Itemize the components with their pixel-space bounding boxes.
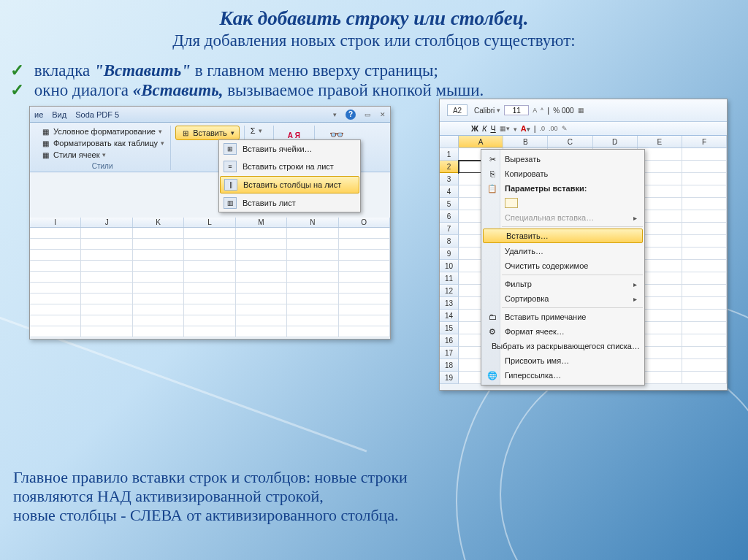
col-header[interactable]: L xyxy=(184,218,235,227)
row-header[interactable]: 2 xyxy=(440,161,459,173)
bullet-1: вкладка "Вставить" в главном меню вверху… xyxy=(10,61,748,80)
help-icon[interactable]: ? xyxy=(346,110,356,120)
ctx-clear-contents[interactable]: Очистить содержимое xyxy=(481,258,644,273)
shrink-font-icon[interactable]: ᴬ xyxy=(541,107,543,114)
row-header[interactable]: 7 xyxy=(440,223,459,235)
col-header[interactable]: C xyxy=(548,136,592,147)
tab-view[interactable]: Вид xyxy=(52,110,66,119)
slide-title: Как добавить строку или столбец. xyxy=(0,7,748,30)
format-as-table-button[interactable]: ▦Форматировать как таблицу▾ xyxy=(39,137,166,149)
autosum-button[interactable]: Σ▾ xyxy=(249,126,269,136)
row-header[interactable]: 3 xyxy=(440,173,459,185)
increase-decimal-icon[interactable]: .0 xyxy=(540,125,546,132)
row-header[interactable]: 6 xyxy=(440,210,459,223)
ribbon-caret-icon[interactable]: ▾ xyxy=(333,111,337,118)
col-header[interactable]: O xyxy=(339,218,390,227)
bullet-2: окно диалога «Вставить, вызываемое право… xyxy=(10,80,748,100)
window-caption-icon[interactable]: ✕ xyxy=(380,111,386,118)
col-header[interactable]: J xyxy=(81,218,132,227)
mini-toolbar-row2: Ж К Ч ▦▾ ▾ A▾ | .0 .00 ✎ xyxy=(440,122,727,136)
table-icon: ▦ xyxy=(40,138,50,148)
row-header[interactable]: 10 xyxy=(440,260,459,272)
footer-text: Главное правило вставки строк и столбцов… xyxy=(13,468,735,525)
col-header[interactable]: F xyxy=(682,136,727,147)
col-header[interactable]: N xyxy=(287,218,338,227)
decrease-decimal-icon[interactable]: .00 xyxy=(549,125,558,132)
row-header[interactable]: 13 xyxy=(440,297,459,310)
borders-icon[interactable]: ▦ xyxy=(578,107,584,114)
ctx-sort[interactable]: Сортировка xyxy=(481,291,644,306)
insert-columns-icon: ∥ xyxy=(224,179,237,191)
row-header[interactable]: 9 xyxy=(440,248,459,260)
insert-cells-mini-icon: ⊞ xyxy=(224,143,237,155)
screenshot-context-menu: A2 Calibri▾ A ᴬ | % 000 ▦ Ж К Ч ▦▾ ▾ A▾ … xyxy=(439,99,728,391)
ctx-pick-from-list[interactable]: Выбрать из раскрывающегося списка… xyxy=(481,339,644,353)
ctx-hyperlink[interactable]: 🌐Гиперссылка… xyxy=(481,368,644,383)
menu-insert-sheet[interactable]: ▥Вставить лист xyxy=(219,194,360,212)
row-header[interactable]: 19 xyxy=(440,372,459,384)
ctx-insert[interactable]: Вставить… xyxy=(483,229,643,243)
row-header[interactable]: 12 xyxy=(440,285,459,297)
context-menu: ✂Вырезать ⎘Копировать 📋Параметры вставки… xyxy=(481,149,645,386)
scissors-icon: ✂ xyxy=(486,154,499,164)
align-button[interactable]: Ч xyxy=(490,124,495,133)
cell-styles-button[interactable]: ▦Стили ячеек▾ xyxy=(39,149,166,161)
italic-button[interactable]: К xyxy=(482,124,486,133)
insert-split-button[interactable]: ⊞ Вставить xyxy=(175,126,240,140)
ctx-insert-comment[interactable]: 🗀Вставить примечание xyxy=(481,310,644,324)
col-header[interactable]: E xyxy=(638,136,682,147)
col-header[interactable]: A xyxy=(459,136,503,147)
row-header[interactable]: 8 xyxy=(440,235,459,248)
window-min-icon[interactable]: ▭ xyxy=(365,111,371,118)
conditional-formatting-button[interactable]: ▦Условное форматирование▾ xyxy=(39,126,166,137)
font-color-button[interactable]: A▾ xyxy=(521,124,530,133)
fill-color-button[interactable]: ▾ xyxy=(514,124,517,133)
name-box[interactable]: A2 xyxy=(447,104,468,116)
grow-font-icon[interactable]: A xyxy=(533,107,537,114)
format-cells-icon: ⚙ xyxy=(486,326,499,337)
ctx-paste-options-label: 📋Параметры вставки: xyxy=(481,181,644,196)
row-header[interactable]: 16 xyxy=(440,334,459,347)
col-header[interactable]: K xyxy=(133,218,184,227)
column-headers: I J K L M N O xyxy=(30,218,390,228)
col-header[interactable]: M xyxy=(236,218,287,227)
col-header[interactable]: D xyxy=(593,136,638,147)
worksheet-grid[interactable] xyxy=(30,228,390,337)
row-header[interactable]: 18 xyxy=(440,359,459,372)
globe-link-icon: 🌐 xyxy=(486,370,499,380)
tab-sodapdf[interactable]: Soda PDF 5 xyxy=(75,110,119,119)
row-header[interactable]: 5 xyxy=(440,198,459,210)
row-header[interactable]: 14 xyxy=(440,310,459,322)
ribbon-tabbar: ие Вид Soda PDF 5 ▾ ? ▭ ✕ xyxy=(30,107,390,123)
screenshot-ribbon: ие Вид Soda PDF 5 ▾ ? ▭ ✕ ▦Условное форм… xyxy=(29,106,391,340)
row-header[interactable]: 11 xyxy=(440,272,459,285)
bold-button[interactable]: Ж xyxy=(471,124,478,133)
ctx-copy[interactable]: ⎘Копировать xyxy=(481,166,644,181)
ctx-paste-option-default[interactable] xyxy=(481,196,644,210)
ctx-cut[interactable]: ✂Вырезать xyxy=(481,152,644,166)
column-headers-2: A B C D E F xyxy=(459,136,727,148)
ctx-define-name[interactable]: Присвоить имя… xyxy=(481,353,644,368)
ctx-format-cells[interactable]: ⚙Формат ячеек… xyxy=(481,324,644,339)
col-header[interactable]: I xyxy=(30,218,81,227)
menu-insert-cells[interactable]: ⊞Вставить ячейки… xyxy=(219,140,360,158)
row-header[interactable]: 17 xyxy=(440,347,459,359)
clipboard-icon: 📋 xyxy=(486,183,499,193)
select-all[interactable] xyxy=(440,136,459,148)
ctx-filter[interactable]: Фильтр xyxy=(481,277,644,291)
menu-insert-columns[interactable]: ∥Вставить столбцы на лист xyxy=(220,176,359,193)
menu-insert-rows[interactable]: ≡Вставить строки на лист xyxy=(219,158,360,175)
ctx-delete[interactable]: Удалить… xyxy=(481,244,644,258)
row-header[interactable]: 4 xyxy=(440,185,459,198)
row-headers: 1 2 3 4 5 6 7 8 9 10 11 12 13 14 15 16 1… xyxy=(440,136,459,384)
tab-fragment[interactable]: ие xyxy=(34,110,43,119)
font-name-combo[interactable]: Calibri▾ xyxy=(474,107,500,115)
row-header[interactable]: 1 xyxy=(440,148,459,161)
border-dd-icon[interactable]: ▦▾ xyxy=(500,125,510,132)
row-header[interactable]: 15 xyxy=(440,322,459,334)
cond-format-icon: ▦ xyxy=(40,126,50,137)
font-size-combo[interactable] xyxy=(504,105,529,115)
col-header[interactable]: B xyxy=(503,136,548,147)
format-painter-icon[interactable]: ✎ xyxy=(562,125,568,132)
percent-style-button[interactable]: % 000 xyxy=(553,107,573,115)
